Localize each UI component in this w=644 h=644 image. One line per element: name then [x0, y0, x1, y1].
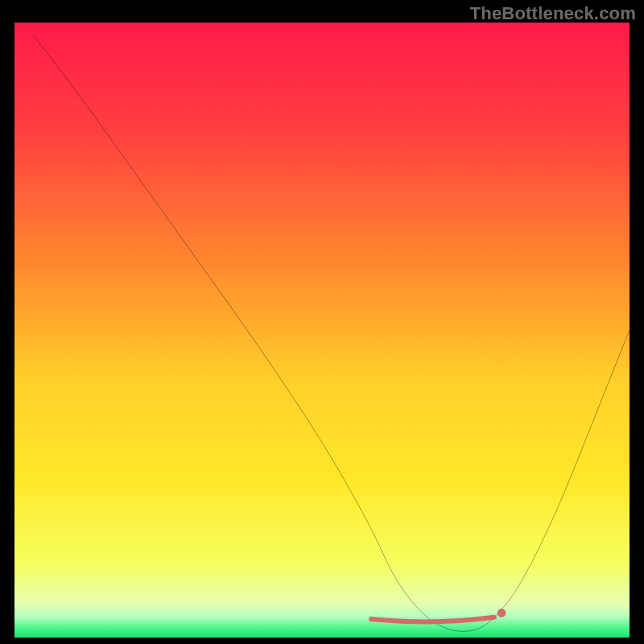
- plot-frame: [14, 23, 630, 638]
- highlight-segment: [371, 617, 494, 622]
- brand-label: TheBottleneck.com: [470, 3, 636, 24]
- bottleneck-curve: [33, 35, 630, 631]
- highlight-dot: [497, 609, 506, 617]
- chart-svg: [14, 23, 630, 638]
